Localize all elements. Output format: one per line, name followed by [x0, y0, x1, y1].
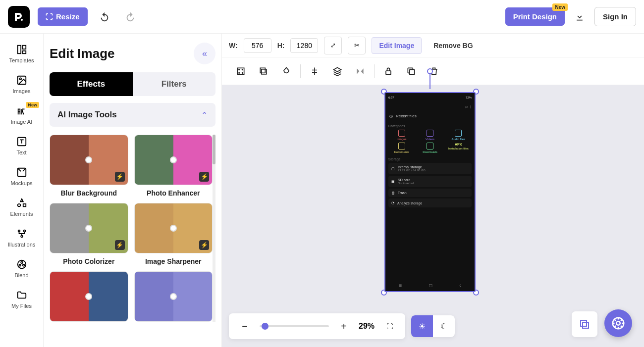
undo-button[interactable] — [96, 8, 113, 26]
svg-rect-23 — [410, 69, 415, 74]
sidebar-label: Image AI — [11, 119, 32, 125]
accordion-title: AI Image Tools — [57, 110, 117, 120]
rotate-handle[interactable] — [427, 68, 433, 74]
resize-icon: ⛶ — [46, 12, 53, 21]
sidebar-item-illustrations[interactable]: Illustrations — [0, 224, 43, 251]
fullscreen-button[interactable]: ⛶ — [380, 317, 398, 335]
print-design-label: Print Design — [513, 12, 557, 21]
cat-label: Installation files — [448, 147, 469, 150]
canvas[interactable]: 6:37 72% ⌕ ⋮ ◷Recent files Categories Im… — [222, 85, 644, 347]
chevron-left-icon: « — [202, 49, 207, 59]
tool-label: Blur Background — [60, 189, 117, 197]
panel-title: Edit Image — [50, 46, 114, 61]
svg-point-16 — [239, 69, 240, 70]
svg-point-27 — [616, 321, 620, 325]
light-mode-button[interactable]: ☀ — [411, 315, 433, 337]
sidebar-label: Templates — [9, 57, 34, 63]
nav-recents-icon: ≡ — [399, 283, 402, 288]
opacity-button[interactable] — [277, 62, 295, 80]
zoom-value: 29% — [359, 322, 375, 331]
new-badge: New — [552, 3, 568, 11]
copy-button[interactable] — [402, 62, 420, 80]
edit-image-button[interactable]: Edit Image — [372, 37, 422, 54]
svg-point-17 — [242, 69, 243, 70]
bolt-icon: ⚡ — [115, 172, 125, 182]
collapse-panel-button[interactable]: « — [194, 43, 215, 64]
sd-card: SD card — [398, 178, 414, 182]
sidebar-item-templates[interactable]: Templates — [0, 40, 43, 67]
search-icon: ⌕ — [465, 104, 468, 109]
help-button[interactable] — [604, 309, 632, 337]
resize-button[interactable]: ⛶ Resize — [38, 7, 88, 26]
cat-label: Videos — [426, 138, 434, 141]
sidebar-item-text[interactable]: Text — [0, 132, 43, 159]
nav-sidebar: Templates Images New Image AI Text Mocku… — [0, 34, 44, 347]
trash-icon: 🗑 — [391, 191, 395, 195]
download-button[interactable] — [571, 8, 589, 26]
cat-label: Audio files — [451, 138, 465, 141]
svg-rect-22 — [386, 71, 391, 75]
accordion-ai-tools[interactable]: AI Image Tools ⌃ — [50, 103, 215, 127]
zoom-slider[interactable] — [260, 325, 329, 327]
new-badge: New — [26, 102, 39, 108]
duplicate-layer-button[interactable] — [255, 62, 272, 80]
flip-button[interactable] — [351, 62, 369, 80]
folder-icon — [16, 289, 28, 301]
tool-item-5[interactable] — [50, 271, 128, 322]
phone-storage-label: Storage — [388, 157, 472, 161]
images-icon — [16, 74, 28, 86]
nav-back-icon: ‹ — [459, 283, 461, 288]
expand-button[interactable]: ⤢ — [324, 37, 342, 54]
tab-effects[interactable]: Effects — [50, 72, 133, 96]
sidebar-item-image-ai[interactable]: New Image AI — [0, 101, 43, 129]
sidebar-label: Images — [12, 88, 30, 94]
svg-point-0 — [21, 19, 23, 21]
align-button[interactable] — [306, 62, 323, 80]
tool-label: Image Sharpener — [145, 257, 202, 265]
layers-fab[interactable] — [572, 311, 597, 337]
illustrations-icon — [16, 228, 28, 240]
lock-button[interactable] — [379, 62, 397, 80]
crop-button[interactable]: ✂ — [348, 37, 366, 54]
text-icon — [16, 136, 28, 148]
sign-in-label: Sign In — [603, 12, 628, 21]
svg-point-10 — [21, 236, 23, 238]
zoom-out-button[interactable]: − — [236, 317, 254, 335]
analyze-label: Analyze storage — [397, 201, 422, 205]
width-input[interactable] — [244, 38, 271, 53]
zoom-in-button[interactable]: + — [335, 317, 353, 335]
tool-item-6[interactable] — [134, 271, 213, 322]
sidebar-label: Elements — [10, 211, 33, 217]
phone-battery: 72% — [466, 96, 472, 99]
sidebar-item-my-files[interactable]: My Files — [0, 285, 43, 313]
selected-image[interactable]: 6:37 72% ⌕ ⋮ ◷Recent files Categories Im… — [384, 92, 476, 292]
svg-point-14 — [22, 264, 24, 266]
sidebar-item-elements[interactable]: Elements — [0, 193, 43, 221]
redo-button[interactable] — [121, 8, 139, 26]
sun-icon: ☀ — [419, 322, 426, 331]
height-input[interactable] — [290, 38, 318, 53]
blend-icon — [16, 258, 28, 270]
dark-mode-button[interactable]: ☾ — [433, 315, 455, 337]
layers-button[interactable] — [328, 62, 346, 80]
more-icon: ⋮ — [469, 104, 472, 109]
analyze-icon: ◔ — [391, 201, 394, 205]
position-button[interactable] — [232, 62, 250, 80]
panel-scrollbar[interactable] — [213, 135, 215, 322]
tool-photo-enhancer[interactable]: ⚡ Photo Enhancer — [134, 135, 213, 197]
sidebar-item-images[interactable]: Images — [0, 70, 43, 98]
tool-photo-colorizer[interactable]: ⚡ Photo Colorizer — [50, 203, 128, 265]
svg-rect-24 — [581, 320, 587, 326]
app-logo[interactable] — [8, 6, 30, 28]
tool-blur-background[interactable]: ⚡ Blur Background — [50, 135, 128, 197]
sign-in-button[interactable]: Sign In — [594, 7, 636, 26]
svg-rect-20 — [262, 69, 267, 74]
tool-label: Photo Enhancer — [147, 189, 200, 197]
sidebar-item-blend[interactable]: Blend — [0, 254, 43, 282]
remove-bg-button[interactable]: Remove BG — [428, 38, 479, 53]
svg-point-8 — [18, 230, 20, 232]
sidebar-item-mockups[interactable]: Mockups — [0, 162, 43, 190]
sidebar-label: Mockups — [10, 180, 32, 186]
tool-image-sharpener[interactable]: ⚡ Image Sharpener — [134, 203, 213, 265]
tab-filters[interactable]: Filters — [133, 72, 216, 96]
